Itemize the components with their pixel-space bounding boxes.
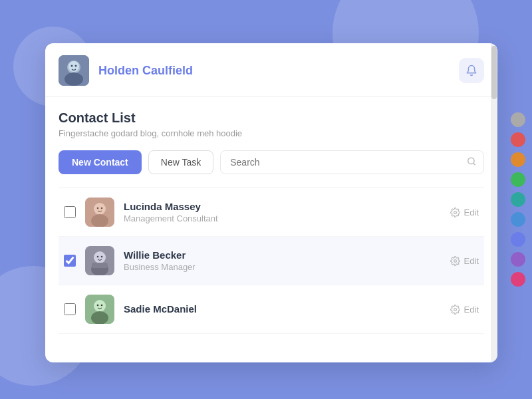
- svg-rect-19: [92, 263, 108, 268]
- contact-checkbox-1[interactable]: [64, 206, 76, 218]
- contact-name-2: Willie Becker: [124, 249, 441, 261]
- contact-checkbox-3[interactable]: [64, 303, 76, 315]
- svg-point-15: [94, 251, 106, 263]
- svg-point-20: [454, 259, 456, 262]
- edit-label-1: Edit: [464, 207, 479, 217]
- contact-checkbox-2[interactable]: [64, 255, 76, 267]
- contact-info-3: Sadie McDaniel: [124, 303, 441, 316]
- toolbar: New Contact New Task: [59, 150, 484, 174]
- bell-button[interactable]: [459, 58, 484, 83]
- palette-dot-teal[interactable]: [511, 192, 525, 207]
- svg-point-9: [94, 203, 106, 215]
- contact-name-1: Lucinda Massey: [124, 201, 441, 212]
- contact-avatar-1: [85, 198, 114, 227]
- contact-actions-1[interactable]: Edit: [450, 207, 479, 217]
- search-icon: [467, 157, 476, 168]
- edit-label-3: Edit: [464, 305, 479, 315]
- svg-point-24: [97, 305, 99, 307]
- contact-avatar-2: [85, 246, 114, 275]
- contact-avatar-3: [85, 295, 114, 324]
- contact-item-3: Sadie McDaniel Edit: [59, 285, 484, 334]
- svg-point-5: [75, 65, 77, 67]
- gear-icon-1: [450, 207, 460, 217]
- contact-actions-3[interactable]: Edit: [450, 305, 479, 315]
- search-box: [220, 150, 484, 174]
- svg-point-18: [101, 256, 103, 258]
- page-subtitle: Fingerstache godard blog, cornhole meh h…: [59, 128, 484, 138]
- palette-dot-blue[interactable]: [511, 212, 525, 227]
- palette-dot-red[interactable]: [511, 132, 525, 147]
- contact-item-2: Willie Becker Business Manager Edit: [59, 237, 484, 285]
- card-header: Holden Caulfield: [45, 43, 497, 97]
- contact-list: Lucinda Massey Management Consultant Edi…: [59, 188, 484, 334]
- page-title: Contact List: [59, 110, 484, 126]
- palette-dot-pink[interactable]: [511, 272, 525, 287]
- palette-dot-purple[interactable]: [511, 252, 525, 267]
- svg-point-13: [454, 211, 456, 213]
- contact-info-1: Lucinda Massey Management Consultant: [124, 201, 441, 223]
- palette-dot-green[interactable]: [511, 172, 525, 187]
- new-task-button[interactable]: New Task: [148, 150, 213, 174]
- svg-point-2: [65, 72, 83, 86]
- svg-point-22: [94, 300, 106, 312]
- palette-dot-orange[interactable]: [511, 152, 525, 167]
- svg-point-26: [454, 308, 456, 311]
- card-content: Contact List Fingerstache godard blog, c…: [45, 97, 497, 362]
- svg-point-17: [97, 256, 99, 258]
- contact-name-3: Sadie McDaniel: [124, 303, 441, 315]
- contact-actions-2[interactable]: Edit: [450, 256, 479, 266]
- main-card: Holden Caulfield Contact List Fingerstac…: [45, 43, 497, 362]
- contact-item: Lucinda Massey Management Consultant Edi…: [59, 188, 484, 237]
- palette-dot-gray[interactable]: [511, 112, 525, 127]
- palette-dot-indigo[interactable]: [511, 232, 525, 247]
- new-contact-button[interactable]: New Contact: [59, 150, 142, 174]
- contact-info-2: Willie Becker Business Manager: [124, 249, 441, 272]
- gear-icon-3: [450, 305, 460, 315]
- svg-point-11: [97, 207, 99, 209]
- scrollbar-thumb[interactable]: [491, 46, 497, 99]
- scrollbar[interactable]: [491, 43, 497, 362]
- svg-point-12: [101, 207, 103, 209]
- contact-role-2: Business Manager: [124, 262, 441, 272]
- gear-icon-2: [450, 256, 460, 266]
- search-input[interactable]: [220, 150, 484, 174]
- user-name: Holden Caulfield: [98, 64, 459, 78]
- svg-point-25: [101, 305, 103, 307]
- edit-label-2: Edit: [464, 256, 479, 266]
- svg-line-7: [473, 163, 475, 165]
- contact-role-1: Management Consultant: [124, 213, 441, 223]
- user-avatar: [59, 55, 89, 86]
- svg-point-4: [71, 65, 73, 67]
- color-palette: [511, 112, 525, 287]
